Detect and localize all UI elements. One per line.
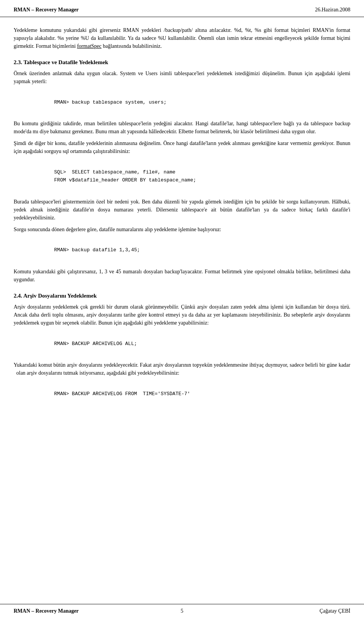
footer-title-left: RMAN – Recovery Manager (14, 608, 78, 614)
paragraph-6: Sorgu sonucunda dönen değerlere göre, da… (14, 225, 350, 233)
code-block-1: RMAN> backup tablespace system, users; (36, 91, 350, 114)
formatspec-link[interactable]: formatSpec (77, 43, 102, 49)
footer-author: Çağatay ÇEBİ (320, 608, 350, 614)
footer-page-number: 5 (181, 608, 184, 614)
header-date: 26.Haziran.2008 (315, 7, 350, 13)
code-block-2: SQL> SELECT tablespace_name, file#, name… (36, 161, 350, 192)
paragraph-2: Örnek üzerinden anlatmak daha uygun olac… (14, 69, 350, 85)
footer: RMAN – Recovery Manager 5 Çağatay ÇEBİ (0, 604, 364, 621)
paragraph-5: Burada tablespace'leri göstermemizin öze… (14, 198, 350, 222)
paragraph-3: Bu komutu girdiğiniz takdirde, rman beli… (14, 120, 350, 136)
paragraph-4: Şimdi de diğer bir konu, datafile yedekl… (14, 139, 350, 155)
paragraph-1: Yedekleme komutunu yukarıdaki gibi girer… (14, 26, 350, 50)
section-2-4-heading: 2.4. Arşiv Dosyalarını Yedeklemek (14, 293, 350, 299)
code-block-4: RMAN> BACKUP ARCHIVELOG ALL; (36, 332, 350, 356)
section-2-3-heading: 2.3. Tablespace ve Datafile Yedeklemek (14, 59, 350, 66)
paragraph-9: Yukarıdaki komut bütün arşiv dosyalarını… (14, 361, 350, 377)
main-content: Yedekleme komutunu yukarıdaki gibi girer… (0, 17, 364, 434)
page: RMAN – Recovery Manager 26.Haziran.2008 … (0, 0, 364, 621)
paragraph-7: Komutu yukarıdaki gibi çalıştırırsanız, … (14, 268, 350, 284)
header: RMAN – Recovery Manager 26.Haziran.2008 (0, 0, 364, 17)
code-block-3: RMAN> backup datafile 1,3,45; (36, 239, 350, 262)
code-block-5: RMAN> BACKUP ARCHIVELOG FROM TIME='SYSDA… (36, 382, 350, 406)
header-title-left: RMAN – Recovery Manager (14, 7, 78, 13)
paragraph-8: Arşiv dosyalarını yedeklemek çok gerekli… (14, 303, 350, 327)
